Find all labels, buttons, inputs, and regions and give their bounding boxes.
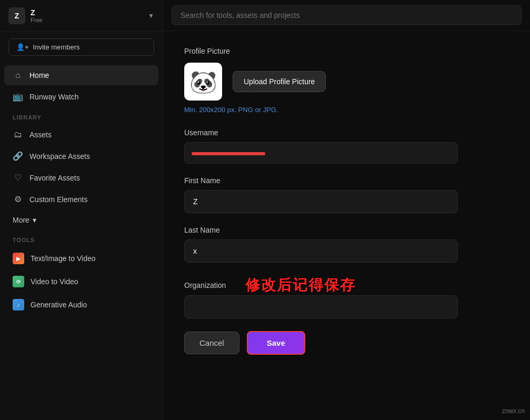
search-bar-container [163,0,530,31]
chevron-down-icon: ▼ [148,12,154,19]
first-name-input[interactable] [184,190,458,213]
username-error-bar [192,152,265,155]
profile-picture-label: Profile Picture [184,47,458,55]
main-content: Profile Picture 🐼 Upload Profile Picture… [163,0,530,420]
text-image-video-icon: ▶ [13,253,24,264]
tools-section-label: TOOLS [0,231,163,246]
sidebar-item-generative-audio[interactable]: ♪ Generative Audio [4,294,158,316]
last-name-field-group: Last Name [184,226,458,263]
username-field-group: Username [184,128,458,164]
workspace-selector[interactable]: Z Z Free ▼ [0,0,163,32]
last-name-label: Last Name [184,226,458,234]
tv-icon: 📺 [13,92,23,102]
overlay-reminder-text: 修改后记得保存 [245,275,356,295]
sliders-icon: ⚙ [13,194,23,204]
sidebar-item-custom-elements[interactable]: ⚙ Custom Elements [4,189,158,209]
username-label: Username [184,128,458,137]
assets-icon: 🗂 [13,130,23,139]
sidebar-item-video-to-video[interactable]: ⟳ Video to Video [4,271,158,293]
sidebar-more-toggle[interactable]: More ▾ [4,211,158,229]
cancel-button[interactable]: Cancel [184,332,239,354]
workspace-plan: Free [31,17,43,23]
heart-icon: ♡ [13,173,23,183]
sidebar-item-workspace-assets[interactable]: 🔗 Workspace Assets [4,146,158,166]
invite-icon: 👤+ [16,43,29,51]
profile-pic-row: 🐼 Upload Profile Picture [184,63,458,101]
sidebar-item-home[interactable]: ⌂ Home [4,65,158,85]
sidebar-item-favorite-assets[interactable]: ♡ Favorite Assets [4,167,158,188]
save-button[interactable]: Save [247,331,305,355]
sidebar-item-assets[interactable]: 🗂 Assets [4,125,158,145]
sidebar: Z Z Free ▼ 👤+ Invite members ⌂ Home 📺 Ru… [0,0,163,420]
picture-hint: Min. 200x200 px. PNG or JPG. [184,106,458,114]
invite-members-button[interactable]: 👤+ Invite members [8,38,154,56]
profile-avatar-emoji: 🐼 [189,69,217,95]
generative-audio-icon: ♪ [13,299,24,311]
workspace-assets-icon: 🔗 [13,151,23,161]
library-section-label: LIBRARY [0,108,163,124]
upload-profile-picture-button[interactable]: Upload Profile Picture [233,71,326,92]
sidebar-item-text-image-to-video[interactable]: ▶ Text/Image to Video [4,247,158,269]
organization-field-group: Organization 修改后记得保存 [184,275,458,318]
profile-picture-thumbnail: 🐼 [184,63,222,101]
search-input[interactable] [172,5,522,25]
workspace-name: Z [31,8,43,17]
first-name-label: First Name [184,176,458,185]
organization-input[interactable] [184,295,458,318]
organization-label: Organization [184,281,237,289]
sidebar-item-runway-watch[interactable]: 📺 Runway Watch [4,86,158,107]
chevron-down-small-icon: ▾ [33,216,36,224]
last-name-input[interactable] [184,239,458,263]
form-button-row: Cancel Save [184,331,458,355]
profile-picture-section: Profile Picture 🐼 Upload Profile Picture… [184,47,458,114]
video-to-video-icon: ⟳ [13,276,24,287]
home-icon: ⌂ [13,71,23,80]
workspace-avatar: Z [8,7,25,24]
profile-form: Profile Picture 🐼 Upload Profile Picture… [163,31,479,371]
sidebar-navigation: ⌂ Home 📺 Runway Watch LIBRARY 🗂 Assets 🔗… [0,62,163,420]
first-name-field-group: First Name [184,176,458,213]
